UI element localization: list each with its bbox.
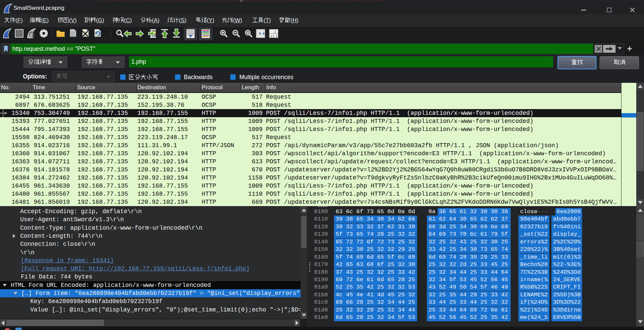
svg-text:0101: 0101: [71, 35, 76, 37]
svg-text:2: 2: [271, 34, 272, 38]
svg-text:3: 3: [276, 34, 277, 38]
svg-text:1: 1: [274, 30, 276, 33]
